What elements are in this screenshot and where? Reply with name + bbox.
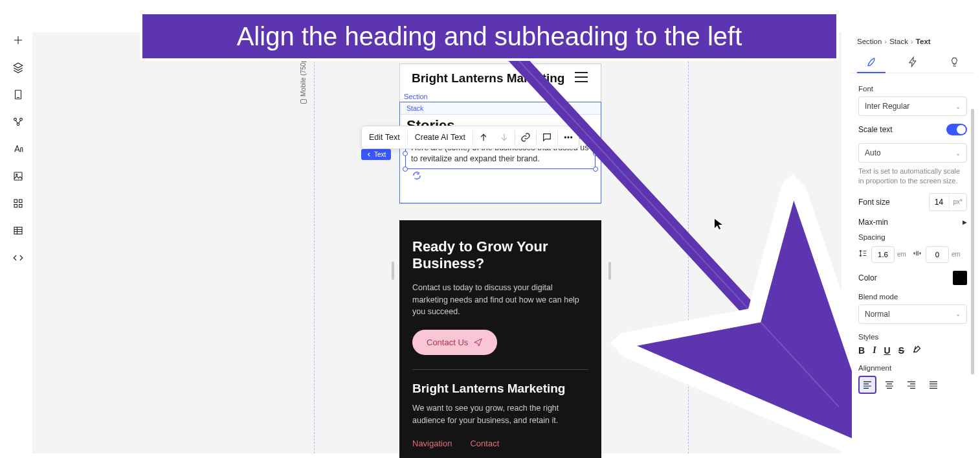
selection-handle[interactable]: [403, 151, 408, 156]
tab-interactions[interactable]: [892, 51, 933, 73]
scale-mode-select[interactable]: Auto ⌄: [858, 143, 967, 163]
align-justify-button[interactable]: [924, 376, 942, 394]
selection-handle[interactable]: [593, 166, 598, 172]
scale-mode-value: Auto: [865, 148, 881, 157]
align-left-button[interactable]: [858, 376, 876, 394]
brand-title: Bright Lanterns Marketing: [412, 72, 564, 86]
cta-heading[interactable]: Ready to Grow Your Business?: [412, 238, 588, 273]
letter-spacing-unit: em: [952, 251, 961, 258]
scale-text-label: Scale text: [858, 125, 893, 134]
typography-tool-icon[interactable]: [10, 141, 26, 157]
breadcrumb-stack[interactable]: Stack: [889, 38, 908, 45]
layers-tool-icon[interactable]: [10, 60, 26, 75]
strikethrough-icon[interactable]: S: [898, 345, 904, 356]
max-min-row[interactable]: Max-min ▶: [858, 218, 967, 227]
svg-rect-9: [19, 205, 23, 208]
navigation-link[interactable]: Navigation: [412, 439, 452, 448]
svg-rect-8: [14, 205, 17, 208]
clear-format-icon[interactable]: [912, 345, 922, 356]
cta-paragraph[interactable]: Contact us today to discuss your digital…: [412, 282, 588, 318]
font-size-input[interactable]: px*: [929, 193, 967, 211]
chevron-down-icon: ⌄: [955, 103, 961, 110]
letter-spacing-control[interactable]: em: [913, 246, 961, 263]
letter-spacing-value[interactable]: [926, 246, 949, 263]
move-up-icon[interactable]: [473, 126, 494, 148]
contact-link[interactable]: Contact: [470, 439, 499, 448]
cursor-icon: [714, 218, 723, 232]
font-value: Inter Regular: [865, 102, 909, 111]
hamburger-icon[interactable]: [574, 71, 589, 86]
align-right-button[interactable]: [902, 376, 920, 394]
refresh-icon[interactable]: [412, 171, 421, 180]
alignment-row: [858, 376, 967, 394]
font-size-value[interactable]: [930, 198, 949, 207]
maxmin-label: Max-min: [858, 218, 888, 227]
scale-help-text: Text is set to automatically scale in pr…: [858, 166, 967, 187]
footer-paragraph[interactable]: We want to see you grow, reach the right…: [412, 402, 588, 427]
resize-handle-right[interactable]: [608, 262, 611, 280]
letter-spacing-icon: [913, 249, 923, 260]
selection-tag[interactable]: Text: [361, 149, 391, 160]
line-height-value[interactable]: [871, 246, 895, 263]
structure-tool-icon[interactable]: [10, 114, 26, 130]
italic-icon[interactable]: I: [873, 345, 876, 356]
blend-value: Normal: [865, 310, 890, 319]
table-tool-icon[interactable]: [10, 223, 26, 238]
contact-us-button[interactable]: Contact Us: [412, 330, 497, 355]
link-icon[interactable]: [515, 126, 536, 148]
font-select[interactable]: Inter Regular ⌄: [858, 97, 967, 116]
cta-section: Ready to Grow Your Business? Contact us …: [399, 220, 601, 458]
footer-heading[interactable]: Bright Lanterns Marketing: [412, 382, 588, 396]
bold-icon[interactable]: B: [858, 345, 865, 356]
underline-icon[interactable]: U: [884, 345, 891, 356]
alignment-label: Alignment: [858, 364, 967, 372]
style-icons: B I U S: [858, 345, 967, 356]
line-height-unit: em: [897, 251, 906, 258]
breadcrumb-text[interactable]: Text: [916, 38, 931, 45]
selection-handle[interactable]: [403, 166, 408, 172]
svg-point-5: [16, 174, 17, 176]
section-label[interactable]: Section: [400, 91, 601, 102]
selection-handle[interactable]: [593, 151, 598, 156]
line-height-icon: [858, 249, 869, 260]
line-height-control[interactable]: em: [858, 246, 906, 263]
svg-rect-10: [14, 227, 22, 235]
selection-tag-label: Text: [374, 151, 386, 158]
resize-handle-left[interactable]: [392, 262, 394, 280]
add-tool-icon[interactable]: [10, 32, 26, 48]
svg-point-3: [17, 123, 19, 126]
panel-scrollbar[interactable]: [971, 109, 974, 374]
page-tool-icon[interactable]: [10, 87, 26, 102]
footer-links: Navigation Contact: [412, 439, 588, 448]
apps-tool-icon[interactable]: [10, 196, 26, 211]
breadcrumb-section[interactable]: Section: [857, 38, 882, 45]
more-icon[interactable]: [558, 126, 579, 148]
svg-rect-7: [19, 200, 23, 203]
stack-label[interactable]: Stack: [400, 102, 601, 115]
stack-box[interactable]: Stack Stories Here are (some) of the bus…: [399, 102, 601, 203]
align-center-button[interactable]: [880, 376, 898, 394]
create-ai-text-button[interactable]: Create AI Text: [408, 126, 473, 148]
tab-design[interactable]: [851, 51, 892, 73]
svg-point-11: [564, 137, 566, 138]
code-tool-icon[interactable]: [10, 250, 26, 266]
blend-mode-select[interactable]: Normal ⌄: [858, 304, 967, 324]
left-toolbar: [5, 32, 31, 266]
edit-text-button[interactable]: Edit Text: [362, 126, 407, 148]
image-tool-icon[interactable]: [10, 168, 26, 184]
panel-tabs: [851, 51, 975, 73]
color-swatch[interactable]: [953, 271, 967, 285]
design-panel: Section › Stack › Text Font Inter Regula…: [851, 31, 975, 453]
comment-icon[interactable]: [537, 126, 557, 148]
divider: [412, 369, 588, 370]
font-size-unit[interactable]: px*: [949, 194, 966, 211]
selection-handle[interactable]: [593, 135, 598, 141]
annotation-text: Align the heading and subheading to the …: [237, 22, 742, 51]
chevron-down-icon: ⌄: [955, 150, 961, 157]
spacing-label: Spacing: [858, 233, 967, 241]
panel-body: Font Inter Regular ⌄ Scale text Auto ⌄ T…: [851, 73, 975, 404]
font-size-label: Font size: [858, 198, 890, 207]
tab-ideas[interactable]: [933, 51, 975, 73]
svg-rect-4: [14, 172, 22, 180]
scale-text-toggle[interactable]: [946, 124, 967, 135]
